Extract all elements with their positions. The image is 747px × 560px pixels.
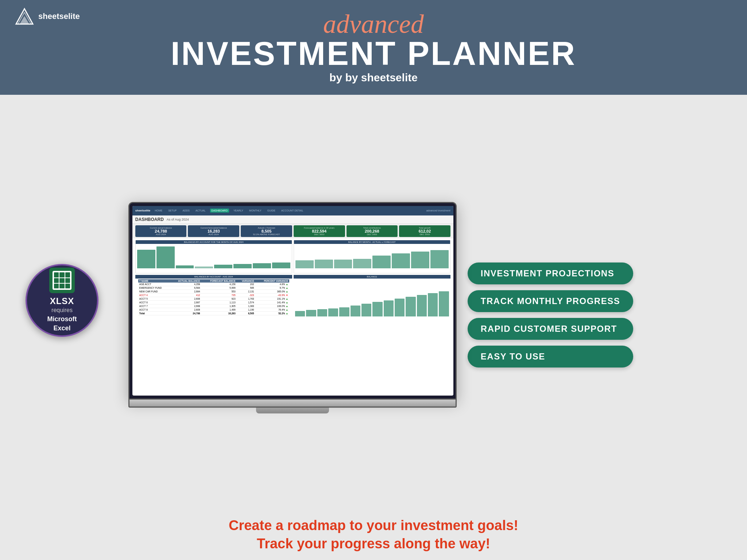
- feature-pill-0: INVESTMENT PROJECTIONS: [468, 262, 633, 284]
- logo-text-elite: elite: [64, 12, 80, 21]
- dashboard: sheetselite HOME SETUP ADDS ACTUAL DASHB…: [132, 206, 453, 396]
- col-name: T NAME: [138, 279, 170, 283]
- laptop-screen-inner: sheetselite HOME SETUP ADDS ACTUAL DASHB…: [132, 206, 453, 396]
- dash-metrics-row1: Current actual balance 24,788 AUG 2024 C…: [132, 224, 453, 238]
- dash-header-bar: DASHBOARD As of Aug 2024: [132, 215, 453, 224]
- col-forecast: FORECAST BALANCE: [201, 279, 236, 283]
- software-line1: Microsoft: [47, 315, 77, 324]
- feature-pill-2: RAPID CUSTOMER SUPPORT: [468, 318, 633, 340]
- dash-charts-row: BALANCES BY ACCOUNT FOR THE MONTH OF AUG…: [132, 238, 453, 275]
- logo: sheetselite: [15, 7, 80, 26]
- laptop-stand: [256, 408, 329, 413]
- col-pct: PERCENT VARIANCE: [255, 279, 289, 283]
- col-actual: ACTUAL BALANCE: [170, 279, 201, 283]
- xlsx-badge: XLSX requires Microsoft Excel: [26, 264, 98, 337]
- header-advanced-label: advanced: [171, 11, 576, 37]
- bar-chart-forecast: [295, 245, 449, 269]
- table-row: ACCT 82,6091,4991,19076.4% ▲: [138, 308, 289, 311]
- feature-pill-1: TRACK MONTHLY PROGRESS: [468, 290, 633, 312]
- dash-nav-monthly[interactable]: MONTHLY: [248, 209, 263, 213]
- dash-nav-yearly[interactable]: YEARLY: [232, 209, 245, 213]
- by-label: by: [329, 71, 345, 83]
- main-content: XLSX requires Microsoft Excel sheetselit…: [0, 95, 747, 560]
- xlsx-icon: [49, 268, 75, 293]
- metric-actual-balance: Current actual balance 24,788 AUG 2024: [135, 225, 187, 237]
- bottom-line1: Create a roadmap to your investment goal…: [229, 517, 518, 534]
- table-row: AGE ACCT4,3584,1562024.8% ▲: [138, 283, 289, 286]
- dash-nav-account[interactable]: ACCOUNT DETAIL: [280, 209, 305, 213]
- header-subtitle: by by sheetselite: [171, 71, 576, 84]
- dash-logo: sheetselite: [135, 209, 150, 212]
- header-title: INVESTMENT PLANNER: [171, 37, 576, 70]
- table-header: BALANCES BY ACCOUNT - AUG 2024: [135, 275, 292, 279]
- dash-right-chart: BALANCE: [294, 275, 450, 317]
- table-row: ACCT 4412735-323-43.9% ▼: [138, 293, 289, 297]
- table-row: ACCT 72,6681,3051,383106.0% ▲: [138, 304, 289, 308]
- table-row: ACCT 62,6871,1131,574141.4% ▲: [138, 300, 289, 304]
- dash-data-table: T NAME ACTUAL BALANCE FORECAST BALANCE V…: [135, 279, 292, 317]
- laptop: sheetselite HOME SETUP ADDS ACTUAL DASHB…: [128, 202, 457, 413]
- chart-balance-month: BALANCE BY MONTH - ACTUAL v. FORECAST: [294, 240, 450, 273]
- table-row: NEW CAR FUND2,6845532,131385.0% ▲: [138, 289, 289, 293]
- bar-chart-monthly: [137, 245, 290, 269]
- laptop-base: [128, 400, 457, 408]
- dash-nav-actual[interactable]: ACTUAL: [194, 209, 207, 213]
- dash-title: DASHBOARD: [135, 217, 164, 222]
- feature-pill-3: EASY TO USE: [468, 346, 633, 368]
- laptop-section: XLSX requires Microsoft Excel sheetselit…: [15, 106, 732, 509]
- table-row: EMERGENCY FUND6,5845,9995859.7% ▲: [138, 286, 289, 289]
- dash-table-section: BALANCES BY ACCOUNT - AUG 2024 T NAME AC…: [135, 275, 292, 317]
- dash-nav-title: advanced investment: [426, 209, 450, 212]
- subtitle-sheets: by sheets: [345, 71, 395, 83]
- metric-actual-sub: AUG 2024: [138, 233, 184, 236]
- dash-nav: sheetselite HOME SETUP ADDS ACTUAL DASHB…: [132, 206, 453, 215]
- dash-as-of: As of Aug 2024: [167, 218, 189, 221]
- metric-growth: Total growth 612,02 DEC 2053: [399, 225, 450, 237]
- header: sheetselite advanced INVESTMENT PLANNER …: [0, 0, 747, 95]
- logo-text: sheetselite: [38, 12, 80, 21]
- svg-marker-2: [20, 16, 29, 24]
- dash-nav-dashboard[interactable]: DASHBOARD: [210, 209, 229, 213]
- metric-forecast-balance: Current forecasted balance 16,283 AUG 20…: [188, 225, 239, 237]
- logo-text-sheets: sheets: [38, 12, 64, 21]
- header-center: advanced INVESTMENT PLANNER by by sheets…: [171, 11, 576, 84]
- bottom-line2: Track your progress along the way!: [229, 535, 518, 553]
- software-line2: Excel: [47, 324, 77, 333]
- dash-nav-guide[interactable]: GUIDE: [266, 209, 277, 213]
- dash-nav-setup[interactable]: SETUP: [167, 209, 178, 213]
- dash-bottom-section: BALANCES BY ACCOUNT - AUG 2024 T NAME AC…: [132, 275, 453, 318]
- dash-nav-home[interactable]: HOME: [153, 209, 164, 213]
- metric-contributions: Total contributions 200,268 DEC 2053: [347, 225, 398, 237]
- table-row-total: Total24,78816,2838,50552.2% ▲: [138, 311, 289, 315]
- bottom-text: Create a roadmap to your investment goal…: [229, 517, 518, 553]
- col-variance: VARIANCE: [237, 279, 255, 283]
- metric-actual-value: 24,788: [138, 229, 184, 233]
- metric-av-forecast: Actual v. Forecast 8,505 52.2% ABOVE FOR…: [241, 225, 292, 237]
- chart-balances-by-account: BALANCES BY ACCOUNT FOR THE MONTH OF AUG…: [135, 240, 292, 273]
- logo-icon: [15, 7, 35, 26]
- dash-nav-adds[interactable]: ADDS: [181, 209, 191, 213]
- features-list: INVESTMENT PROJECTIONS TRACK MONTHLY PRO…: [468, 262, 633, 368]
- xlsx-requires: requires Microsoft Excel: [47, 306, 77, 333]
- metric-30yr: Forecasted balance in 30 years 822,594 D…: [294, 225, 345, 237]
- bar-chart-balance: [295, 281, 449, 317]
- subtitle-elite: elite: [396, 71, 418, 83]
- metric-actual-label: Current actual balance: [138, 227, 184, 229]
- laptop-screen: sheetselite HOME SETUP ADDS ACTUAL DASHB…: [128, 202, 457, 400]
- xlsx-label: XLSX: [50, 296, 74, 306]
- requires-label: requires: [51, 307, 73, 313]
- table-row: ACCT 52,6069231,763191.1% ▲: [138, 297, 289, 300]
